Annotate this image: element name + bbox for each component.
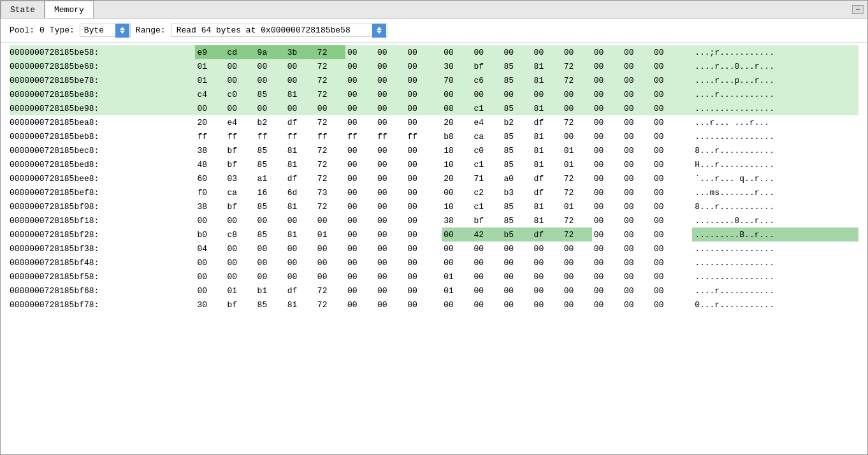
hex-cell[interactable]: c2 xyxy=(472,185,502,199)
hex-cell[interactable]: 00 xyxy=(502,45,532,59)
hex-cell[interactable]: 01 xyxy=(195,73,225,87)
hex-cell[interactable]: 01 xyxy=(442,284,472,298)
hex-cell[interactable]: 01 xyxy=(562,199,592,213)
hex-cell[interactable]: 00 xyxy=(652,227,682,242)
hex-cell[interactable]: b8 xyxy=(442,129,472,143)
hex-cell[interactable]: 72 xyxy=(315,284,345,298)
hex-cell[interactable]: 00 xyxy=(652,185,682,199)
hex-cell[interactable]: 85 xyxy=(502,213,532,227)
hex-cell[interactable]: 00 xyxy=(472,87,502,101)
hex-cell[interactable]: 00 xyxy=(286,242,315,256)
hex-cell[interactable]: 85 xyxy=(502,59,532,73)
hex-cell[interactable]: 00 xyxy=(256,242,286,256)
hex-cell[interactable]: 81 xyxy=(532,157,562,171)
hex-cell[interactable]: 00 xyxy=(195,101,225,115)
hex-cell[interactable]: 00 xyxy=(652,59,682,73)
hex-cell[interactable]: 00 xyxy=(562,256,592,270)
hex-cell[interactable]: 00 xyxy=(622,199,652,213)
hex-cell[interactable]: 00 xyxy=(345,298,375,312)
hex-cell[interactable]: 72 xyxy=(315,199,345,213)
hex-cell[interactable]: 01 xyxy=(562,143,592,157)
hex-cell[interactable]: 81 xyxy=(286,227,315,242)
hex-cell[interactable]: ff xyxy=(286,129,315,143)
hex-cell[interactable]: 00 xyxy=(375,73,405,87)
hex-cell[interactable]: 38 xyxy=(442,213,472,227)
hex-cell[interactable]: 00 xyxy=(592,256,622,270)
hex-cell[interactable]: 00 xyxy=(405,284,435,298)
hex-cell[interactable]: 00 xyxy=(592,143,622,157)
hex-cell[interactable]: 00 xyxy=(256,101,286,115)
hex-cell[interactable]: 00 xyxy=(622,256,652,270)
hex-cell[interactable]: 81 xyxy=(532,199,562,213)
hex-cell[interactable]: 00 xyxy=(592,199,622,213)
hex-cell[interactable]: 72 xyxy=(315,115,345,129)
hex-cell[interactable]: 00 xyxy=(622,129,652,143)
hex-cell[interactable]: 81 xyxy=(532,73,562,87)
hex-cell[interactable]: 00 xyxy=(652,171,682,185)
hex-cell[interactable]: b1 xyxy=(256,284,286,298)
tab-memory[interactable]: Memory xyxy=(45,1,94,18)
hex-cell[interactable]: 00 xyxy=(532,284,562,298)
hex-cell[interactable]: 00 xyxy=(345,59,375,73)
hex-cell[interactable]: c8 xyxy=(226,227,256,242)
hex-cell[interactable]: 72 xyxy=(562,115,592,129)
hex-cell[interactable]: 00 xyxy=(622,157,652,171)
hex-cell[interactable]: ca xyxy=(226,185,256,199)
hex-cell[interactable]: 00 xyxy=(562,284,592,298)
hex-cell[interactable]: c6 xyxy=(472,73,502,87)
hex-cell[interactable]: 00 xyxy=(405,115,435,129)
hex-cell[interactable]: 00 xyxy=(375,143,405,157)
hex-cell[interactable]: 00 xyxy=(592,73,622,87)
hex-cell[interactable]: 00 xyxy=(345,199,375,213)
hex-cell[interactable]: 10 xyxy=(442,199,472,213)
hex-cell[interactable]: 00 xyxy=(622,115,652,129)
hex-cell[interactable]: 81 xyxy=(532,143,562,157)
hex-cell[interactable]: 00 xyxy=(592,242,622,256)
hex-cell[interactable]: 00 xyxy=(652,270,682,284)
hex-cell[interactable]: ca xyxy=(472,129,502,143)
hex-cell[interactable]: 00 xyxy=(592,101,622,115)
hex-cell[interactable]: df xyxy=(286,171,315,185)
hex-cell[interactable]: df xyxy=(532,171,562,185)
hex-cell[interactable]: 00 xyxy=(652,284,682,298)
range-input[interactable] xyxy=(171,24,387,37)
hex-cell[interactable]: 00 xyxy=(592,185,622,199)
hex-cell[interactable]: 81 xyxy=(532,59,562,73)
hex-cell[interactable]: 00 xyxy=(502,270,532,284)
hex-cell[interactable]: a1 xyxy=(256,171,286,185)
hex-cell[interactable]: 00 xyxy=(345,115,375,129)
hex-cell[interactable]: 81 xyxy=(532,213,562,227)
hex-cell[interactable]: 00 xyxy=(375,59,405,73)
hex-cell[interactable]: 48 xyxy=(195,157,225,171)
hex-cell[interactable]: 01 xyxy=(195,59,225,73)
hex-cell[interactable]: 16 xyxy=(256,185,286,199)
hex-cell[interactable]: 00 xyxy=(442,242,472,256)
hex-cell[interactable]: 00 xyxy=(622,213,652,227)
hex-cell[interactable]: c1 xyxy=(472,199,502,213)
hex-cell[interactable]: 00 xyxy=(375,115,405,129)
hex-cell[interactable]: 18 xyxy=(442,143,472,157)
hex-cell[interactable]: 85 xyxy=(256,227,286,242)
hex-cell[interactable]: 81 xyxy=(532,101,562,115)
hex-cell[interactable]: 00 xyxy=(345,87,375,101)
tab-state[interactable]: State xyxy=(1,1,45,18)
hex-cell[interactable]: 00 xyxy=(472,270,502,284)
hex-cell[interactable]: 00 xyxy=(405,199,435,213)
hex-cell[interactable]: 00 xyxy=(226,213,256,227)
hex-cell[interactable]: 00 xyxy=(375,87,405,101)
hex-cell[interactable]: 00 xyxy=(226,270,256,284)
hex-cell[interactable]: e4 xyxy=(472,115,502,129)
hex-cell[interactable]: 00 xyxy=(472,256,502,270)
hex-cell[interactable]: 00 xyxy=(405,101,435,115)
hex-cell[interactable]: 00 xyxy=(375,185,405,199)
hex-cell[interactable]: 00 xyxy=(405,227,435,242)
hex-cell[interactable]: 00 xyxy=(472,298,502,312)
hex-cell[interactable]: 00 xyxy=(592,87,622,101)
hex-cell[interactable]: 73 xyxy=(315,185,345,199)
hex-cell[interactable]: 30 xyxy=(195,298,225,312)
hex-cell[interactable]: ff xyxy=(315,129,345,143)
hex-cell[interactable]: 72 xyxy=(315,59,345,73)
hex-cell[interactable]: 00 xyxy=(315,242,345,256)
hex-cell[interactable]: 72 xyxy=(562,227,592,242)
hex-cell[interactable]: 00 xyxy=(652,87,682,101)
